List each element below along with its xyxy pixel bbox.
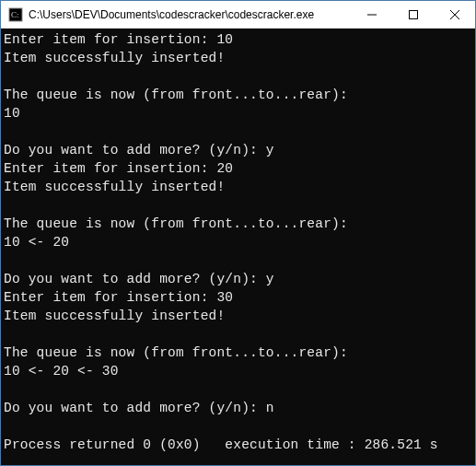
window-title: C:\Users\DEV\Documents\codescracker\code… bbox=[29, 8, 351, 21]
window-frame: C: C:\Users\DEV\Documents\codescracker\c… bbox=[0, 0, 476, 466]
window-controls bbox=[351, 1, 475, 28]
console-output[interactable]: Enter item for insertion: 10 Item succes… bbox=[1, 29, 475, 465]
close-button[interactable] bbox=[434, 1, 475, 28]
titlebar[interactable]: C: C:\Users\DEV\Documents\codescracker\c… bbox=[1, 1, 475, 29]
maximize-button[interactable] bbox=[392, 1, 434, 28]
svg-text:C:: C: bbox=[11, 10, 19, 19]
minimize-button[interactable] bbox=[351, 1, 392, 28]
svg-rect-3 bbox=[409, 10, 417, 18]
app-icon: C: bbox=[8, 7, 23, 22]
